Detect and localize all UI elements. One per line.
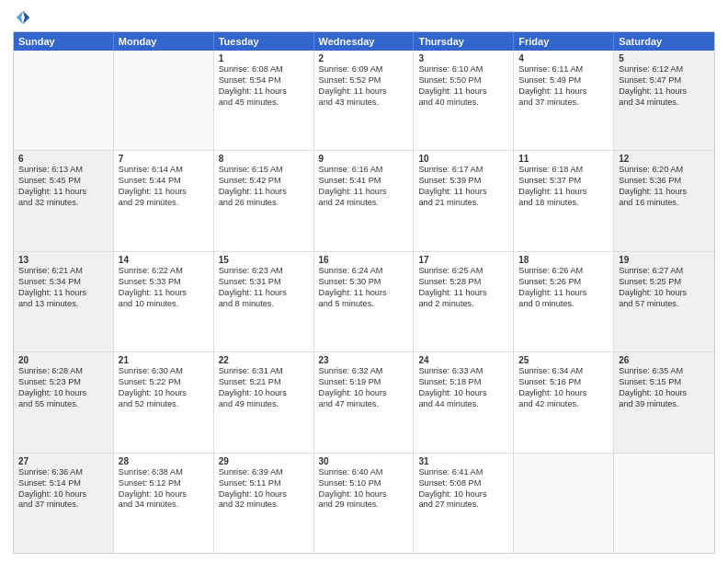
calendar-cell: 21Sunrise: 6:30 AMSunset: 5:22 PMDayligh… bbox=[114, 352, 214, 452]
day-of-week-saturday: Saturday bbox=[614, 32, 714, 51]
cell-line: Daylight: 11 hours bbox=[319, 187, 409, 198]
cell-line: Daylight: 11 hours bbox=[619, 86, 710, 98]
cell-line: and 13 minutes. bbox=[18, 299, 108, 310]
cell-line: Sunset: 5:37 PM bbox=[518, 176, 609, 187]
page: SundayMondayTuesdayWednesdayThursdayFrid… bbox=[0, 0, 728, 563]
day-number: 9 bbox=[319, 154, 409, 164]
cell-line: Sunrise: 6:31 AM bbox=[219, 366, 309, 377]
cell-line: Sunset: 5:15 PM bbox=[619, 377, 710, 388]
cell-line: Sunset: 5:39 PM bbox=[418, 176, 508, 187]
day-number: 11 bbox=[518, 154, 609, 164]
cell-line: Daylight: 10 hours bbox=[18, 489, 108, 500]
cell-line: and 8 minutes. bbox=[219, 299, 309, 310]
cell-line: Sunrise: 6:22 AM bbox=[119, 266, 209, 277]
calendar-row-1: 1Sunrise: 6:08 AMSunset: 5:54 PMDaylight… bbox=[14, 51, 714, 151]
cell-line: and 2 minutes. bbox=[418, 299, 508, 310]
cell-line: Sunrise: 6:17 AM bbox=[418, 165, 508, 176]
cell-line: Daylight: 11 hours bbox=[418, 288, 508, 299]
cell-line: Sunset: 5:28 PM bbox=[418, 277, 508, 288]
cell-line: Sunrise: 6:14 AM bbox=[119, 165, 209, 176]
cell-line: Daylight: 10 hours bbox=[619, 388, 710, 399]
cell-line: Daylight: 11 hours bbox=[219, 86, 309, 98]
day-number: 23 bbox=[319, 355, 409, 365]
calendar-cell: 1Sunrise: 6:08 AMSunset: 5:54 PMDaylight… bbox=[214, 51, 314, 150]
cell-line: and 29 minutes. bbox=[119, 198, 209, 209]
day-number: 31 bbox=[418, 456, 508, 466]
calendar-header: SundayMondayTuesdayWednesdayThursdayFrid… bbox=[14, 32, 714, 51]
cell-line: Daylight: 10 hours bbox=[319, 489, 409, 500]
calendar-cell: 22Sunrise: 6:31 AMSunset: 5:21 PMDayligh… bbox=[214, 352, 314, 452]
cell-line: Sunrise: 6:40 AM bbox=[319, 467, 409, 478]
cell-line: and 29 minutes. bbox=[319, 500, 409, 511]
day-of-week-thursday: Thursday bbox=[414, 32, 514, 51]
cell-line: Sunrise: 6:12 AM bbox=[619, 64, 710, 75]
day-number: 14 bbox=[119, 255, 209, 265]
cell-line: and 27 minutes. bbox=[418, 500, 508, 511]
cell-line: Sunrise: 6:08 AM bbox=[219, 64, 309, 75]
calendar-cell bbox=[614, 454, 714, 553]
day-number: 19 bbox=[619, 255, 710, 265]
day-number: 3 bbox=[418, 53, 508, 63]
calendar-cell: 19Sunrise: 6:27 AMSunset: 5:25 PMDayligh… bbox=[614, 252, 714, 351]
header bbox=[13, 9, 715, 26]
cell-line: and 26 minutes. bbox=[219, 198, 309, 209]
cell-line: Sunset: 5:50 PM bbox=[418, 75, 508, 86]
cell-line: Daylight: 10 hours bbox=[219, 388, 309, 399]
cell-line: Daylight: 11 hours bbox=[18, 187, 108, 198]
cell-line: Sunset: 5:22 PM bbox=[119, 377, 209, 388]
cell-line: and 42 minutes. bbox=[518, 399, 609, 410]
cell-line: Sunset: 5:23 PM bbox=[18, 377, 108, 388]
cell-line: Sunrise: 6:33 AM bbox=[418, 366, 508, 377]
calendar: SundayMondayTuesdayWednesdayThursdayFrid… bbox=[13, 31, 715, 554]
day-of-week-friday: Friday bbox=[514, 32, 614, 51]
calendar-cell: 30Sunrise: 6:40 AMSunset: 5:10 PMDayligh… bbox=[314, 454, 415, 553]
cell-line: Daylight: 11 hours bbox=[518, 86, 609, 98]
cell-line: and 34 minutes. bbox=[119, 500, 209, 511]
cell-line: Sunrise: 6:11 AM bbox=[518, 64, 609, 75]
cell-line: Daylight: 11 hours bbox=[119, 187, 209, 198]
day-number: 10 bbox=[418, 154, 508, 164]
calendar-cell: 10Sunrise: 6:17 AMSunset: 5:39 PMDayligh… bbox=[414, 151, 514, 250]
cell-line: Daylight: 10 hours bbox=[418, 388, 508, 399]
cell-line: Sunset: 5:14 PM bbox=[18, 478, 108, 489]
day-number: 28 bbox=[119, 456, 209, 466]
calendar-cell: 5Sunrise: 6:12 AMSunset: 5:47 PMDaylight… bbox=[614, 51, 714, 150]
cell-line: Sunset: 5:45 PM bbox=[18, 176, 108, 187]
cell-line: Sunrise: 6:36 AM bbox=[18, 467, 108, 478]
day-number: 26 bbox=[619, 355, 710, 365]
cell-line: Sunrise: 6:39 AM bbox=[219, 467, 309, 478]
cell-line: Daylight: 10 hours bbox=[119, 489, 209, 500]
cell-line: Daylight: 11 hours bbox=[219, 288, 309, 299]
cell-line: Daylight: 11 hours bbox=[18, 288, 108, 299]
cell-line: Sunset: 5:30 PM bbox=[319, 277, 409, 288]
cell-line: Sunset: 5:34 PM bbox=[18, 277, 108, 288]
calendar-cell: 11Sunrise: 6:18 AMSunset: 5:37 PMDayligh… bbox=[514, 151, 614, 250]
day-number: 7 bbox=[119, 154, 209, 164]
cell-line: and 40 minutes. bbox=[418, 98, 508, 109]
cell-line: Sunrise: 6:24 AM bbox=[319, 266, 409, 277]
day-number: 17 bbox=[418, 255, 508, 265]
calendar-body: 1Sunrise: 6:08 AMSunset: 5:54 PMDaylight… bbox=[14, 51, 714, 553]
day-number: 29 bbox=[219, 456, 309, 466]
cell-line: Daylight: 11 hours bbox=[518, 187, 609, 198]
calendar-cell: 7Sunrise: 6:14 AMSunset: 5:44 PMDaylight… bbox=[114, 151, 214, 250]
day-number: 8 bbox=[219, 154, 309, 164]
cell-line: Sunset: 5:08 PM bbox=[418, 478, 508, 489]
cell-line: Daylight: 10 hours bbox=[219, 489, 309, 500]
day-number: 16 bbox=[319, 255, 409, 265]
cell-line: Sunrise: 6:10 AM bbox=[418, 64, 508, 75]
cell-line: and 55 minutes. bbox=[18, 399, 108, 410]
cell-line: Sunrise: 6:20 AM bbox=[619, 165, 710, 176]
cell-line: Sunset: 5:36 PM bbox=[619, 176, 710, 187]
cell-line: and 43 minutes. bbox=[319, 98, 409, 109]
cell-line: and 52 minutes. bbox=[119, 399, 209, 410]
cell-line: Daylight: 10 hours bbox=[18, 388, 108, 399]
cell-line: Sunrise: 6:32 AM bbox=[319, 366, 409, 377]
day-number: 1 bbox=[219, 53, 309, 63]
day-number: 12 bbox=[619, 154, 710, 164]
cell-line: Daylight: 11 hours bbox=[319, 288, 409, 299]
cell-line: Sunset: 5:16 PM bbox=[518, 377, 609, 388]
calendar-cell: 3Sunrise: 6:10 AMSunset: 5:50 PMDaylight… bbox=[414, 51, 514, 150]
cell-line: Daylight: 10 hours bbox=[518, 388, 609, 399]
cell-line: Sunrise: 6:26 AM bbox=[518, 266, 609, 277]
